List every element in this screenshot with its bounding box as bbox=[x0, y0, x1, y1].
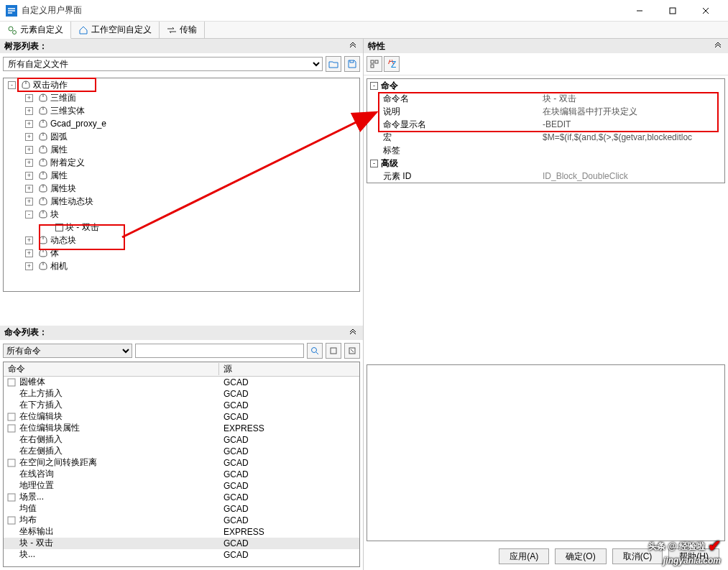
tree-node[interactable]: +相机 bbox=[4, 259, 359, 272]
apply-button[interactable]: 应用(A) bbox=[499, 548, 549, 564]
svg-point-7 bbox=[312, 347, 317, 352]
tree-node[interactable]: +三维面 bbox=[4, 91, 359, 104]
svg-rect-9 bbox=[331, 348, 336, 354]
tree-node[interactable]: +属性块 bbox=[4, 182, 359, 195]
property-row[interactable]: 说明在块编辑器中打开块定义 bbox=[367, 105, 724, 118]
search-button[interactable] bbox=[307, 343, 323, 359]
command-row[interactable]: 在左侧插入GCAD bbox=[4, 446, 359, 457]
tree-toggle[interactable]: + bbox=[25, 249, 33, 257]
property-grid[interactable]: -命令命令名块 - 双击说明在块编辑器中打开块定义命令显示名-BEDIT宏$M=… bbox=[367, 78, 725, 183]
block-icon bbox=[55, 224, 63, 231]
tree-filter-select[interactable]: 所有自定义文件 bbox=[3, 57, 323, 71]
delete-button[interactable] bbox=[344, 343, 360, 359]
property-key: 元素 ID bbox=[367, 170, 540, 183]
collapse-icon[interactable] bbox=[347, 40, 359, 52]
command-icon bbox=[6, 400, 17, 410]
tab-transfer[interactable]: 传输 bbox=[160, 22, 205, 38]
property-value[interactable]: 在块编辑器中打开块定义 bbox=[540, 106, 724, 118]
tree-node[interactable]: +体 bbox=[4, 247, 359, 259]
tree-node[interactable]: 块 - 双击 bbox=[4, 221, 359, 234]
maximize-button[interactable] bbox=[656, 0, 689, 22]
command-row[interactable]: 在上方插入GCAD bbox=[4, 388, 359, 400]
property-key: 宏 bbox=[367, 132, 540, 144]
command-icon bbox=[6, 377, 17, 387]
tree-node[interactable]: -块 bbox=[4, 208, 359, 221]
tree-node[interactable]: +属性动态块 bbox=[4, 195, 359, 208]
open-file-button[interactable] bbox=[326, 56, 341, 72]
tree-node[interactable]: +三维实体 bbox=[4, 104, 359, 117]
tree-toggle[interactable]: + bbox=[25, 94, 33, 102]
command-row[interactable]: 地理位置GCAD bbox=[4, 480, 359, 492]
section-toggle[interactable]: - bbox=[370, 160, 378, 167]
property-row[interactable]: 元素 IDID_Block_DoubleClick bbox=[367, 170, 724, 183]
tree-toggle[interactable]: + bbox=[25, 185, 33, 193]
tree-toggle[interactable]: - bbox=[25, 211, 33, 219]
collapse-icon[interactable] bbox=[712, 40, 724, 52]
tree-node[interactable]: +属性 bbox=[4, 143, 359, 156]
command-source: GCAD bbox=[219, 515, 359, 525]
tree-node[interactable]: +Gcad_proxy_e bbox=[4, 117, 359, 130]
property-row[interactable]: 宏$M=$(if,$(and,$(>,$(getvar,blockeditloc bbox=[367, 131, 724, 144]
col-source[interactable]: 源 bbox=[219, 363, 359, 375]
command-filter-select[interactable]: 所有命令 bbox=[3, 344, 132, 358]
property-section[interactable]: -命令 bbox=[367, 79, 724, 92]
tree-toggle[interactable]: + bbox=[25, 172, 33, 180]
command-row[interactable]: 圆锥体GCAD bbox=[4, 377, 359, 388]
new-button[interactable] bbox=[326, 343, 341, 359]
tree-toggle[interactable]: - bbox=[8, 81, 16, 89]
tree-node[interactable]: -双击动作 bbox=[4, 78, 359, 91]
command-grid[interactable]: 命令 源 圆锥体GCAD在上方插入GCAD在下方插入GCAD在位编辑块GCAD在… bbox=[3, 362, 360, 568]
section-toggle[interactable]: - bbox=[370, 82, 378, 90]
command-row[interactable]: 块...GCAD bbox=[4, 549, 359, 561]
command-row[interactable]: 在空间之间转换距离GCAD bbox=[4, 457, 359, 469]
tree-node-label: 块 bbox=[50, 208, 59, 221]
tree-node[interactable]: +属性 bbox=[4, 169, 359, 182]
property-value[interactable]: ID_Block_DoubleClick bbox=[540, 171, 724, 181]
tree-toggle[interactable]: + bbox=[25, 146, 33, 154]
property-key: 说明 bbox=[367, 106, 540, 118]
tab-strip: 元素自定义 工作空间自定义 传输 bbox=[0, 22, 728, 39]
tree-toggle[interactable]: + bbox=[25, 120, 33, 128]
property-row[interactable]: 命令名块 - 双击 bbox=[367, 92, 724, 105]
tree-node[interactable]: +圆弧 bbox=[4, 130, 359, 143]
save-button[interactable] bbox=[344, 56, 360, 72]
close-button[interactable] bbox=[689, 0, 722, 22]
command-row[interactable]: 在线咨询GCAD bbox=[4, 469, 359, 480]
tree-toggle[interactable]: + bbox=[25, 107, 33, 115]
command-row[interactable]: 均布GCAD bbox=[4, 515, 359, 526]
tree-node[interactable]: +附着定义 bbox=[4, 156, 359, 169]
tree-node[interactable]: +动态块 bbox=[4, 234, 359, 247]
col-command[interactable]: 命令 bbox=[4, 363, 219, 375]
property-value[interactable]: -BEDIT bbox=[540, 119, 724, 129]
tree-node-label: 块 - 双击 bbox=[65, 221, 99, 234]
command-icon bbox=[6, 423, 17, 433]
command-row[interactable]: 在位编辑块GCAD bbox=[4, 411, 359, 423]
property-row[interactable]: 标签 bbox=[367, 144, 724, 157]
alphabetical-button[interactable]: AZ bbox=[384, 56, 400, 72]
property-value[interactable]: $M=$(if,$(and,$(>,$(getvar,blockeditloc bbox=[540, 132, 724, 142]
property-section[interactable]: -高级 bbox=[367, 157, 724, 170]
command-row[interactable]: 坐标输出EXPRESS bbox=[4, 526, 359, 538]
property-value[interactable]: 块 - 双击 bbox=[540, 93, 724, 105]
command-search-input[interactable] bbox=[135, 344, 304, 358]
command-row[interactable]: 在下方插入GCAD bbox=[4, 400, 359, 411]
tree-toggle[interactable]: + bbox=[25, 133, 33, 141]
command-row[interactable]: 块 - 双击GCAD bbox=[4, 538, 359, 549]
command-row[interactable]: 均值GCAD bbox=[4, 503, 359, 515]
command-row[interactable]: 在位编辑块属性EXPRESS bbox=[4, 423, 359, 434]
tab-element-customize[interactable]: 元素自定义 bbox=[0, 22, 71, 39]
property-row[interactable]: 命令显示名-BEDIT bbox=[367, 118, 724, 131]
ok-button[interactable]: 确定(O) bbox=[555, 548, 606, 564]
tree-toggle[interactable]: + bbox=[25, 236, 33, 244]
categorized-button[interactable] bbox=[367, 56, 382, 72]
command-row[interactable]: 在右侧插入GCAD bbox=[4, 434, 359, 446]
tree-view[interactable]: -双击动作+三维面+三维实体+Gcad_proxy_e+圆弧+属性+附着定义+属… bbox=[3, 78, 360, 292]
svg-line-11 bbox=[351, 349, 354, 352]
tree-toggle[interactable]: + bbox=[25, 262, 33, 270]
tree-toggle[interactable]: + bbox=[25, 198, 33, 206]
minimize-button[interactable] bbox=[623, 0, 656, 22]
collapse-icon[interactable] bbox=[347, 327, 359, 339]
command-row[interactable]: 场景...GCAD bbox=[4, 492, 359, 503]
tab-workspace-customize[interactable]: 工作空间自定义 bbox=[71, 22, 160, 38]
tree-toggle[interactable]: + bbox=[25, 159, 33, 167]
